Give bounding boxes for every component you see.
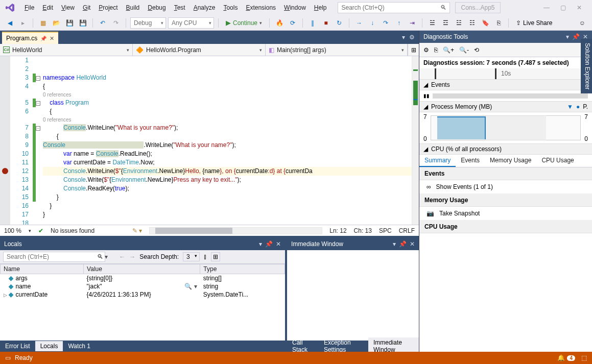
project-combo[interactable]: C# HelloWorld [0, 44, 133, 56]
tree-view-icon[interactable]: ⊞ [211, 252, 220, 261]
column-name[interactable]: Name [1, 264, 84, 274]
dropdown-icon[interactable]: ▾ [566, 33, 569, 40]
open-icon[interactable]: 📂 [51, 17, 62, 29]
bottom-tab-error-list[interactable]: Error List [0, 341, 35, 351]
step-into-icon[interactable]: ↓ [367, 17, 378, 29]
dropdown-icon[interactable]: ▾ [259, 240, 262, 248]
dropdown-icon[interactable]: ▾ [393, 240, 396, 248]
bottom-tab-locals[interactable]: Locals [35, 341, 63, 351]
class-combo[interactable]: 🔶 HelloWorld.Program [133, 44, 266, 56]
line-indicator[interactable]: Ln: 12 [329, 227, 346, 234]
maximize-button[interactable]: ▢ [558, 4, 567, 11]
menu-extensions[interactable]: Extensions [242, 2, 280, 13]
diag-tab-events[interactable]: Events [456, 155, 485, 167]
menu-window[interactable]: Window [280, 2, 310, 13]
pin-icon[interactable]: 📌 [265, 240, 273, 248]
memory-section-header[interactable]: ◢ Process Memory (MB) ▼ ● P. [419, 102, 592, 112]
diag-timeline[interactable]: 10s [419, 68, 592, 80]
menu-test[interactable]: Test [170, 2, 190, 13]
bookmark-icon[interactable]: 🔖 [480, 17, 491, 29]
continue-button[interactable]: ▶ Continue ▾ [223, 19, 265, 27]
variable-row[interactable]: ▷currentDate{4/26/2021 1:36:13 PM}System… [1, 290, 285, 299]
menu-file[interactable]: File [20, 2, 38, 13]
tb-icon-1[interactable]: ☱ [427, 17, 438, 29]
run-to-click-icon[interactable]: ⇥ [407, 17, 418, 29]
back-icon[interactable]: ← [119, 253, 125, 260]
new-project-icon[interactable]: ▦ [37, 17, 49, 29]
gear-icon[interactable]: ⚙ [409, 34, 415, 41]
minimize-button[interactable]: — [542, 4, 551, 11]
diagnostic-tools-header[interactable]: Diagnostic Tools ▾📌✕ [419, 31, 592, 43]
forward-button[interactable]: ▸ [17, 17, 29, 29]
split-editor-icon[interactable]: ⊞ [408, 44, 419, 56]
solution-explorer-tab[interactable]: Solution Explorer [581, 39, 592, 93]
eol-indicator[interactable]: CRLF [399, 227, 415, 234]
text-visualizer-icon[interactable]: 🔍 ▾ [184, 283, 197, 290]
locals-grid[interactable]: NameValueType args{string[0]}string[]nam… [0, 264, 285, 341]
browser-link-icon[interactable]: ⟳ [287, 17, 298, 29]
menu-git[interactable]: Git [79, 2, 94, 13]
hot-reload-icon[interactable]: 🔥 [274, 17, 285, 29]
close-button[interactable]: ✕ [575, 4, 584, 11]
back-button[interactable]: ◀ [4, 17, 15, 29]
publish-icon[interactable]: ⬚ [581, 354, 587, 361]
show-events-link[interactable]: ∞Show Events (1 of 1) [419, 180, 592, 194]
zoom-out-icon[interactable]: 🔍- [459, 46, 469, 54]
zoom-level[interactable]: 100 % [4, 227, 21, 234]
tb-icon-2[interactable]: ☲ [440, 17, 451, 29]
fold-icon[interactable]: − [36, 126, 40, 131]
reset-view-icon[interactable]: ⟲ [474, 46, 479, 54]
feedback-icon[interactable]: ☺ [577, 17, 588, 29]
tb-icon-3[interactable]: ☳ [453, 17, 464, 29]
fold-icon[interactable]: − [36, 76, 40, 81]
pin-icon[interactable]: 📌 [399, 240, 407, 248]
pin-icon[interactable]: 📌 [40, 36, 46, 41]
close-icon[interactable]: ✕ [410, 240, 415, 248]
restart-icon[interactable]: ↻ [334, 17, 345, 29]
bottom-tab-watch-1[interactable]: Watch 1 [63, 341, 96, 351]
indent-indicator[interactable]: SPC [379, 227, 392, 234]
column-type[interactable]: Type [200, 264, 285, 274]
diag-tab-memory-usage[interactable]: Memory Usage [485, 155, 536, 167]
redo-icon[interactable]: ↷ [110, 17, 122, 29]
configuration-combo[interactable]: Debug [130, 17, 166, 29]
locals-header[interactable]: Locals ▾📌✕ [0, 238, 285, 250]
live-share-button[interactable]: ⇪ Live Share [516, 19, 552, 27]
take-snapshot-link[interactable]: 📷Take Snapshot [419, 207, 592, 221]
overview-ruler[interactable] [412, 56, 419, 225]
dropdown-icon[interactable]: ▾ [402, 34, 405, 41]
close-icon[interactable]: ✕ [276, 240, 281, 248]
pause-icon[interactable]: ‖ [307, 17, 318, 29]
save-icon[interactable]: 💾 [64, 17, 75, 29]
filter-icon[interactable]: ⫿ [204, 253, 207, 260]
immediate-input[interactable] [287, 250, 419, 341]
analyzer-icon[interactable]: ✎ ▾ [132, 227, 142, 234]
menu-analyze[interactable]: Analyze [190, 2, 220, 13]
output-icon[interactable]: ▭ [5, 354, 11, 361]
select-tools-icon[interactable]: ⎘ [434, 46, 438, 54]
tab-program-cs[interactable]: Program.cs 📌 ✕ [2, 32, 58, 44]
step-over-icon[interactable]: ↷ [380, 17, 391, 29]
notification-icon[interactable]: 🔔 [557, 354, 565, 361]
tb-icon-4[interactable]: ☷ [466, 17, 478, 29]
horizontal-scrollbar[interactable] [149, 227, 322, 234]
zoom-in-icon[interactable]: 🔍+ [443, 46, 454, 54]
fold-icon[interactable]: − [36, 101, 40, 106]
menu-help[interactable]: Help [310, 2, 331, 13]
show-next-statement-icon[interactable]: → [353, 17, 365, 29]
issues-status[interactable]: No issues found [51, 227, 94, 234]
code-editor[interactable]: 123456789101112131415161718 −−− namespac… [0, 56, 419, 225]
gear-icon[interactable]: ⚙ [423, 46, 429, 54]
diag-tab-summary[interactable]: Summary [419, 155, 456, 167]
save-all-icon[interactable]: 💾 [77, 17, 88, 29]
step-out-icon[interactable]: ↑ [393, 17, 405, 29]
tb-icon-5[interactable]: ⎘ [493, 17, 504, 29]
memory-chart[interactable]: 7 7 0 0 [419, 112, 592, 144]
forward-icon[interactable]: → [129, 253, 135, 260]
variable-row[interactable]: name"jack" 🔍 ▾string [1, 282, 285, 290]
locals-search-input[interactable] [3, 252, 105, 262]
menu-project[interactable]: Project [94, 2, 122, 13]
char-indicator[interactable]: Ch: 13 [354, 227, 372, 234]
column-value[interactable]: Value [84, 264, 200, 274]
search-icon[interactable]: 🔍︎ ▾ [97, 253, 108, 260]
